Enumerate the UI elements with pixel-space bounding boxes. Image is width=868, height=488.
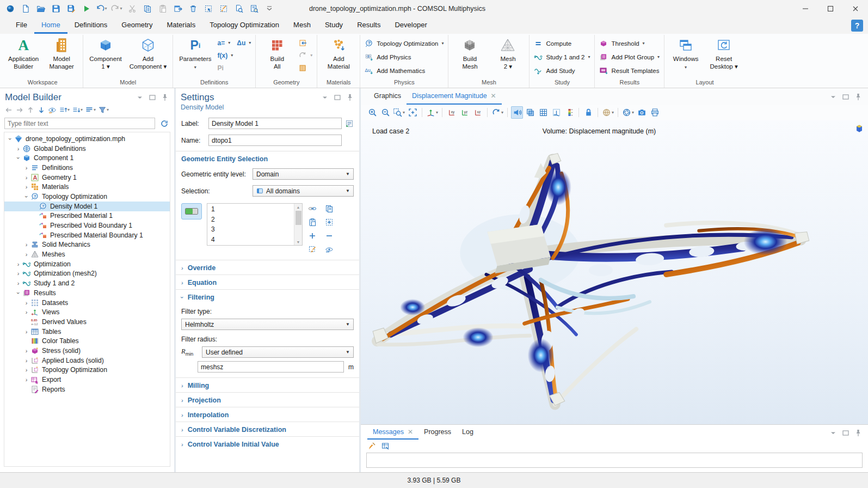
zoom-box-button[interactable]: ▾	[392, 106, 405, 119]
expand-arrow-icon[interactable]: ›	[15, 280, 22, 286]
tree-item[interactable]: ?Density Model 1	[4, 202, 170, 211]
component-1-button[interactable]: Component 1 ▾	[88, 35, 123, 70]
expand-arrow-icon[interactable]: ›	[15, 261, 22, 267]
update-plot-button[interactable]: ▾	[621, 106, 635, 119]
section-interpolation[interactable]: ›Interpolation	[176, 407, 359, 422]
paste-selection-button[interactable]	[307, 217, 317, 227]
tab-displacement-magnitude[interactable]: Displacement Magnitude✕	[407, 88, 502, 105]
tree-item[interactable]: Prescribed Void Boundary 1	[4, 221, 170, 230]
filter-type-select[interactable]: Helmholtz▼	[181, 319, 354, 330]
environment-button[interactable]: ▾	[601, 106, 614, 119]
close-button[interactable]	[843, 0, 868, 17]
selection-item[interactable]: 2	[211, 215, 290, 225]
panel-menu-icon[interactable]	[136, 93, 144, 102]
active-selection-toggle[interactable]	[181, 203, 202, 219]
transparency-button[interactable]	[524, 106, 536, 119]
tree-item[interactable]: ›drone_topology_optimization.mph	[4, 134, 170, 144]
tree-item[interactable]: ›Datasets	[4, 298, 170, 308]
tree-item[interactable]: ›AGeometry 1	[4, 173, 170, 182]
tree-item[interactable]: Reports	[4, 385, 170, 394]
expand-arrow-icon[interactable]: ›	[23, 376, 30, 383]
section-projection[interactable]: ›Projection	[176, 392, 359, 407]
refresh-icon[interactable]	[159, 119, 170, 129]
grid-btn-button[interactable]	[537, 106, 549, 119]
filter-radius-select[interactable]: User defined▼	[202, 346, 354, 358]
find-button[interactable]	[232, 2, 245, 16]
menu-tab-study[interactable]: Study	[318, 17, 350, 34]
menu-tab-geometry[interactable]: Geometry	[114, 17, 159, 34]
menu-tab-topology-optimization[interactable]: Topology Optimization	[202, 17, 286, 34]
functions-menu[interactable]: f(x)▾	[218, 50, 251, 60]
section-milling[interactable]: ›Milling	[176, 377, 359, 392]
threshold-menu[interactable]: Threshold▾	[599, 38, 660, 48]
snapshot-button[interactable]	[636, 106, 648, 119]
expand-arrow-icon[interactable]: ›	[23, 328, 30, 335]
build-all-button[interactable]: Build All	[260, 35, 294, 70]
view-yz-button[interactable]: yz	[459, 106, 471, 119]
tree-item[interactable]: ›Study 1 and 2	[4, 278, 170, 288]
expand-arrow-icon[interactable]: ›	[23, 164, 30, 171]
compute-button[interactable]: Compute	[534, 38, 590, 48]
expand-arrow-icon[interactable]: ›	[23, 241, 30, 248]
panel-pin-icon[interactable]	[854, 429, 863, 437]
expand-arrow-icon[interactable]: ›	[23, 367, 30, 373]
tree-item[interactable]: ›Materials	[4, 182, 170, 192]
panel-float-icon[interactable]	[841, 93, 850, 101]
menu-tab-home[interactable]: Home	[34, 17, 67, 34]
selection-item[interactable]: 4	[211, 235, 290, 245]
nonlocal-couplings-menu[interactable]: Δu▾	[237, 38, 251, 48]
tree-item[interactable]: ›Component 1	[4, 153, 170, 163]
tab-progress[interactable]: Progress	[418, 425, 457, 440]
collapse-all-button[interactable]: ▾	[72, 105, 83, 115]
section-view-button[interactable]: ▾	[85, 105, 96, 115]
toolbar-chevron-button[interactable]	[262, 2, 276, 16]
view-xz-button[interactable]: xz	[472, 106, 484, 119]
section-filtering[interactable]: ›Filtering	[176, 289, 359, 304]
name-input[interactable]	[208, 135, 342, 146]
tree-item[interactable]: ›Optimization	[4, 259, 170, 269]
graphics-canvas[interactable]: Load case 2 Volume: Displacement magnitu…	[361, 120, 868, 424]
tree-item[interactable]: Prescribed Material Boundary 1	[4, 230, 170, 240]
panel-float-icon[interactable]	[148, 93, 157, 102]
filter-radius-input[interactable]	[198, 361, 344, 373]
expand-arrow-icon[interactable]: ›	[23, 174, 30, 181]
add-plot-group-menu[interactable]: Add Plot Group▾	[599, 52, 660, 62]
link-selection-button[interactable]	[307, 204, 317, 213]
color-legend-button[interactable]	[563, 106, 575, 119]
scene-light-button[interactable]	[511, 106, 523, 119]
tree-item[interactable]: 8.85e-12Derived Values	[4, 317, 170, 327]
maximize-button[interactable]	[818, 0, 843, 17]
paste-button[interactable]	[156, 2, 169, 16]
expand-arrow-icon[interactable]: ›	[23, 309, 30, 315]
expand-arrow-icon[interactable]: ›	[15, 145, 22, 152]
add-mathematics-button[interactable]: ΔuAdd Mathematics	[365, 65, 444, 76]
tree-item[interactable]: Prescribed Material 1	[4, 211, 170, 221]
nav-forward-button[interactable]	[15, 105, 24, 115]
panel-pin-icon[interactable]	[346, 93, 354, 102]
save-button[interactable]	[49, 2, 63, 16]
build-mesh-button[interactable]: Build Mesh	[453, 35, 487, 70]
tree-item[interactable]: ›Solid Mechanics	[4, 240, 170, 250]
section-control-variable-initial-value[interactable]: ›Control Variable Initial Value	[176, 436, 359, 451]
rotate-view-button[interactable]: ▾	[491, 106, 504, 119]
windows-menu[interactable]: Windows▾	[669, 35, 703, 70]
tree-item[interactable]: ›Topology Optimization	[4, 365, 170, 375]
messages-output[interactable]	[366, 453, 863, 468]
copy-button[interactable]	[140, 2, 154, 16]
clear-messages-button[interactable]	[367, 442, 376, 450]
selection-list-scrollbar[interactable]: ▲▼	[294, 204, 302, 245]
move-down-button[interactable]	[37, 105, 46, 115]
expand-arrow-icon[interactable]: ›	[23, 357, 30, 364]
tree-item[interactable]: ›Tables	[4, 327, 170, 337]
model-manager-button[interactable]: Model Manager	[45, 35, 78, 70]
section-equation[interactable]: ›Equation	[176, 274, 359, 289]
panel-float-icon[interactable]	[841, 429, 850, 437]
selection-list[interactable]: 1234 ▲▼	[207, 203, 303, 246]
print-button[interactable]	[649, 106, 661, 119]
tree-item[interactable]: ›Applied Loads (solid)	[4, 356, 170, 365]
expand-arrow-icon[interactable]: ›	[23, 251, 30, 258]
tree-item[interactable]: ›Export	[4, 375, 170, 385]
menu-tab-materials[interactable]: Materials	[159, 17, 202, 34]
expand-arrow-icon[interactable]: ›	[23, 347, 30, 354]
tree-item[interactable]: ›?Topology Optimization	[4, 192, 170, 202]
